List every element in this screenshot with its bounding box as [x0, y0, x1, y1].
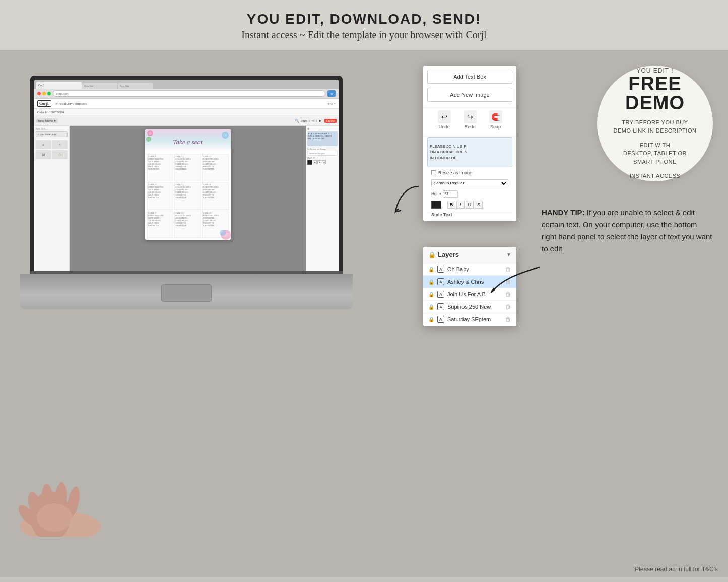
lock-icon-4: 🔒 — [428, 304, 434, 310]
height-input[interactable] — [443, 190, 458, 198]
seating-title: Take a seat — [145, 138, 231, 146]
zoom-controls: 🔍 Page 1 of 1 ▶ — [295, 119, 321, 123]
banner-subtitle: Instant access ~ Edit the template in yo… — [0, 29, 728, 41]
delete-icon-4[interactable]: 🗑 — [505, 303, 511, 310]
color-swatch[interactable] — [431, 201, 441, 209]
handy-tip-section: HANDY TIP: If you are unable to select &… — [542, 207, 713, 255]
size-label: Hgt — [431, 191, 437, 196]
snap-label: Snap — [490, 124, 501, 130]
demo-demo-text: DEMO — [625, 93, 685, 112]
lock-icon-5: 🔒 — [428, 317, 434, 322]
tool-btn-1[interactable]: best friend ♦ — [36, 118, 58, 123]
demo-line6: INSTANT ACCESS — [630, 172, 681, 180]
style-text-label: Style Text — [427, 211, 512, 218]
add-new-image-button[interactable]: Add New Image — [427, 88, 512, 102]
lock-icon-1: 🔒 — [428, 267, 434, 272]
demo-line3: EDIT WITH — [640, 141, 671, 150]
demo-line5: SMART PHONE — [633, 158, 677, 166]
redo-label: Redo — [465, 124, 476, 130]
text-format-icons: B I U S — [443, 200, 487, 210]
image-preview-text: PLEASE JOIN US FON A BRIDAL BRUNIN HONOR… — [430, 144, 467, 161]
layer-name-supinos: Supinos 250 New — [447, 304, 502, 310]
browser-tab-3[interactable]: New Tab — [118, 83, 153, 89]
bold-icon[interactable]: B — [447, 201, 455, 209]
layers-chevron-icon[interactable]: ▼ — [506, 252, 511, 257]
handy-tip-label: HANDY TIP: — [542, 208, 585, 217]
image-preview: PLEASE JOIN US FON A BRIDAL BRUNIN HONOR… — [427, 137, 512, 167]
arrow-2 — [484, 262, 544, 302]
add-text-box-button[interactable]: Add Text Box — [427, 70, 512, 84]
free-demo-circle: YOU EDIT ! FREE DEMO TRY BEFORE YOU BUY … — [597, 66, 713, 181]
corjl-logo: Corjl. — [37, 100, 51, 107]
checkbox-row: Resize as Image — [427, 169, 512, 176]
select-row: Sarabun Regular — [427, 176, 512, 189]
snap-tool[interactable]: 🧲 Snap — [489, 110, 502, 130]
layer-type-2: A — [437, 278, 444, 285]
italic-icon[interactable]: I — [456, 201, 465, 209]
svg-point-7 — [37, 503, 72, 532]
redo-icon: ↪ — [464, 110, 477, 123]
layer-item-saturday[interactable]: 🔒 A Saturday SEptem 🗑 — [423, 313, 516, 326]
layer-type-5: A — [437, 316, 444, 323]
main-area: Corjl New Tab New Tab — [0, 50, 728, 577]
lock-icon-2: 🔒 — [428, 279, 434, 285]
footer: Please read ad in full for T&C's — [635, 566, 718, 573]
order-id-bar: Order Id: 1509758194 — [34, 109, 339, 116]
undo-label: Undo — [439, 124, 450, 130]
arrow-1 — [388, 181, 428, 222]
panel-image-section: PLEASE JOIN US FON A BRIDAL BRUNIN HONOR… — [423, 134, 516, 221]
corjl-nav-btns: ⊕ ⊖ ≡ — [327, 102, 336, 105]
browser-btn: ⚙ — [327, 90, 336, 97]
demo-line1: TRY BEFORE YOU BUY — [622, 118, 688, 127]
url-bar[interactable]: corjl.com — [53, 90, 325, 97]
resize-label: Resize as Image — [438, 170, 472, 175]
layer-type-3: A — [437, 291, 444, 298]
strikethrough-icon[interactable]: S — [475, 201, 483, 209]
browser-tab-1[interactable]: Corjl — [36, 82, 82, 89]
layers-title: 🔒 Layers — [428, 251, 459, 258]
status-badge: Online — [324, 119, 337, 123]
layers-header: 🔒 Layers ▼ — [423, 247, 516, 263]
panel-tools: ↩ Undo ↪ Redo 🧲 Snap — [423, 106, 516, 134]
banner-title: YOU EDIT, DOWNLOAD, SEND! — [0, 11, 728, 27]
corjl-brand: MoccaPartyTemplates — [55, 102, 87, 106]
footer-text: Please read ad in full for T&C's — [635, 566, 718, 573]
snap-icon: 🧲 — [489, 110, 502, 123]
color-row: B I U S — [427, 199, 512, 211]
underline-icon[interactable]: U — [466, 201, 474, 209]
browser-tab-2[interactable]: New Tab — [82, 83, 117, 89]
lock-icon-3: 🔒 — [428, 292, 434, 297]
layer-type-1: A — [437, 266, 444, 273]
layer-name-saturday: Saturday SEptem — [447, 316, 502, 322]
size-row: Hgt ▪ — [427, 189, 512, 199]
demo-line4: DESKTOP, TABLET OR — [623, 149, 687, 158]
hand-illustration — [0, 436, 141, 537]
demo-free-text: FREE — [628, 74, 681, 93]
laptop-mockup: Corjl New Tab New Tab — [20, 76, 353, 317]
undo-icon: ↩ — [438, 110, 451, 123]
demo-line2: DEMO LINK IN DESCRIPTION — [614, 126, 697, 135]
layer-item-supinos[interactable]: 🔒 A Supinos 250 New 🗑 — [423, 301, 516, 313]
size-divider: ▪ — [439, 191, 441, 196]
layers-title-text: Layers — [438, 251, 459, 258]
corjl-panel: Add Text Box Add New Image ↩ Undo ↪ Redo… — [423, 66, 516, 221]
delete-icon-5[interactable]: 🗑 — [505, 316, 511, 323]
undo-tool[interactable]: ↩ Undo — [438, 110, 451, 130]
resize-checkbox[interactable] — [431, 170, 436, 175]
top-banner: YOU EDIT, DOWNLOAD, SEND! Instant access… — [0, 0, 728, 50]
redo-tool[interactable]: ↪ Redo — [464, 110, 477, 130]
font-select[interactable]: Sarabun Regular — [431, 179, 508, 187]
layer-type-4: A — [437, 303, 444, 310]
